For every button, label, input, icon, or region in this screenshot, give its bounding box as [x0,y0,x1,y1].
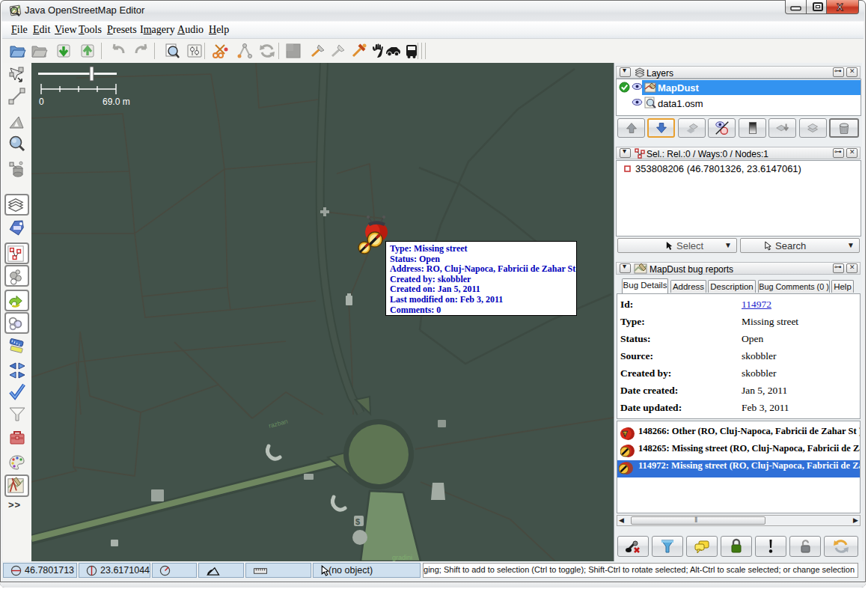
svg-text:!: ! [624,431,626,436]
svg-text:0: 0 [39,97,44,107]
svg-text:razban: razban [268,417,289,429]
svg-text:gradini: gradini [392,554,412,561]
svg-text:69.0 m: 69.0 m [103,97,130,107]
svg-text:$: $ [355,517,360,526]
svg-text:X: X [837,1,843,13]
